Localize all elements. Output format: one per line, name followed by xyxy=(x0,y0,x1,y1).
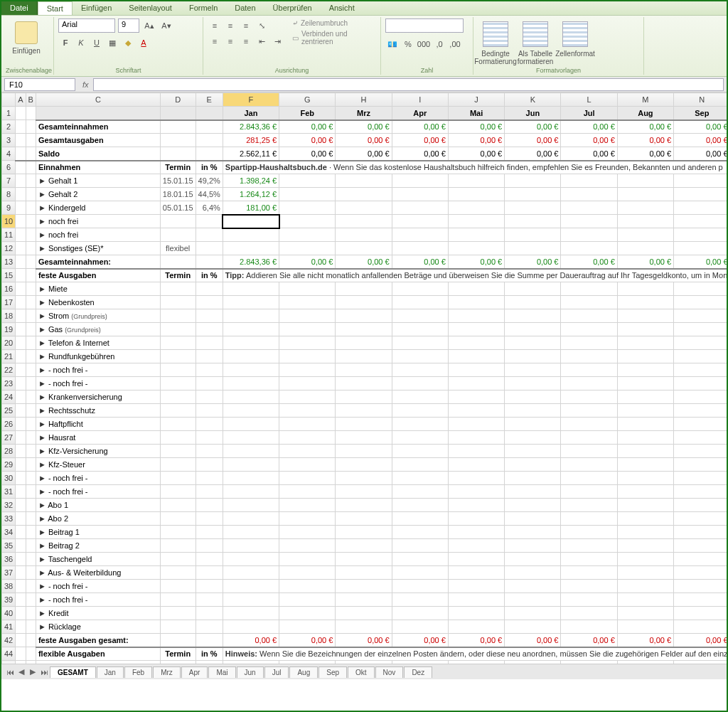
cell[interactable] xyxy=(561,201,617,215)
grow-font-icon[interactable]: A▴ xyxy=(142,18,156,33)
cell[interactable] xyxy=(26,269,36,282)
cell[interactable] xyxy=(26,228,36,242)
cell[interactable]: ► Kredit xyxy=(36,607,160,620)
cell[interactable] xyxy=(223,390,279,404)
cell[interactable] xyxy=(196,485,223,499)
cell[interactable] xyxy=(674,418,727,431)
cell[interactable]: 0,00 € xyxy=(505,120,561,134)
cell[interactable] xyxy=(336,593,392,607)
cell[interactable] xyxy=(196,377,223,390)
cell[interactable] xyxy=(561,580,617,593)
cell[interactable]: ► - noch frei - xyxy=(36,472,160,485)
cell[interactable] xyxy=(16,107,26,120)
cell[interactable] xyxy=(617,620,673,634)
cell[interactable] xyxy=(561,620,617,634)
cell[interactable] xyxy=(160,499,196,512)
tab-review[interactable]: Überprüfen xyxy=(264,1,321,15)
cell[interactable] xyxy=(392,539,448,553)
cell[interactable] xyxy=(561,607,617,620)
header-cell[interactable]: 42 xyxy=(2,634,16,647)
cell[interactable] xyxy=(505,215,561,228)
shrink-font-icon[interactable]: A▾ xyxy=(159,18,173,33)
cell[interactable]: ► Kfz-Steuer xyxy=(36,458,160,472)
cell[interactable]: in % xyxy=(196,161,223,174)
cell[interactable] xyxy=(26,647,36,661)
cell[interactable] xyxy=(160,134,196,147)
cell[interactable] xyxy=(392,363,448,377)
cell[interactable] xyxy=(505,377,561,390)
cell[interactable] xyxy=(223,296,279,309)
cell[interactable] xyxy=(279,566,336,580)
cell[interactable] xyxy=(336,215,392,228)
cell[interactable] xyxy=(160,336,196,350)
cell[interactable] xyxy=(336,485,392,499)
cell[interactable] xyxy=(279,174,336,188)
cell[interactable] xyxy=(505,228,561,242)
cell[interactable] xyxy=(26,107,36,120)
header-cell[interactable]: 31 xyxy=(2,485,16,499)
italic-button[interactable]: K xyxy=(74,36,88,50)
header-cell[interactable]: 22 xyxy=(2,363,16,377)
indent-dec-icon[interactable]: ⇤ xyxy=(255,34,269,48)
cell[interactable] xyxy=(160,526,196,539)
cell[interactable]: ► Gehalt 2 xyxy=(36,188,160,201)
cell[interactable] xyxy=(196,526,223,539)
cell[interactable] xyxy=(279,350,336,363)
cell[interactable] xyxy=(26,634,36,647)
cell[interactable] xyxy=(617,472,673,485)
cell[interactable] xyxy=(16,201,26,215)
sheet-tab-aug[interactable]: Aug xyxy=(289,666,318,678)
cell[interactable] xyxy=(196,242,223,255)
cell[interactable] xyxy=(448,458,504,472)
inc-decimal-icon[interactable]: ,0 xyxy=(432,37,446,51)
cell[interactable] xyxy=(336,390,392,404)
header-cell[interactable]: G xyxy=(279,93,336,107)
cell[interactable] xyxy=(674,201,727,215)
cell[interactable] xyxy=(505,539,561,553)
cell[interactable]: 0,00 € xyxy=(617,634,673,647)
header-cell[interactable]: N xyxy=(674,93,727,107)
header-cell[interactable]: 10 xyxy=(2,215,16,228)
cell[interactable]: 2.843,36 € xyxy=(223,255,279,269)
cell[interactable]: ► - noch frei - xyxy=(36,377,160,390)
cell[interactable] xyxy=(392,188,448,201)
cell[interactable]: 0,00 € xyxy=(392,147,448,161)
cell[interactable] xyxy=(617,553,673,566)
cell[interactable]: 0,00 € xyxy=(561,120,617,134)
cell[interactable] xyxy=(561,390,617,404)
cell[interactable] xyxy=(16,363,26,377)
cell[interactable]: feste Ausgaben gesamt: xyxy=(36,634,160,647)
cell[interactable]: 0,00 € xyxy=(392,120,448,134)
cell[interactable] xyxy=(16,607,26,620)
cell[interactable] xyxy=(448,363,504,377)
cell[interactable]: 0,00 € xyxy=(561,255,617,269)
cell[interactable] xyxy=(196,134,223,147)
cell[interactable] xyxy=(448,215,504,228)
cell[interactable] xyxy=(674,472,727,485)
align-right-icon[interactable]: ≡ xyxy=(239,34,253,48)
header-cell[interactable]: K xyxy=(505,93,561,107)
header-cell[interactable]: 34 xyxy=(2,526,16,539)
header-cell[interactable]: 4 xyxy=(2,147,16,161)
cell[interactable]: ► Telefon & Internet xyxy=(36,336,160,350)
cell[interactable]: ► Beitrag 2 xyxy=(36,539,160,553)
cell[interactable] xyxy=(26,323,36,336)
cell[interactable] xyxy=(617,336,673,350)
cell[interactable]: 0,00 € xyxy=(279,134,336,147)
cell[interactable]: Spartipp-Haushaltsbuch.de · Wenn Sie das… xyxy=(223,161,727,174)
cell[interactable] xyxy=(336,553,392,566)
cell[interactable]: 0,00 € xyxy=(223,634,279,647)
cell[interactable] xyxy=(336,458,392,472)
cell[interactable] xyxy=(561,228,617,242)
cell[interactable] xyxy=(26,242,36,255)
cell[interactable] xyxy=(26,309,36,323)
align-left-icon[interactable]: ≡ xyxy=(208,34,222,48)
cell[interactable] xyxy=(279,309,336,323)
cell[interactable] xyxy=(16,323,26,336)
cell[interactable] xyxy=(505,458,561,472)
header-cell[interactable]: 29 xyxy=(2,458,16,472)
cell[interactable] xyxy=(674,431,727,445)
cell[interactable] xyxy=(617,418,673,431)
header-cell[interactable]: 27 xyxy=(2,431,16,445)
cell[interactable] xyxy=(505,472,561,485)
